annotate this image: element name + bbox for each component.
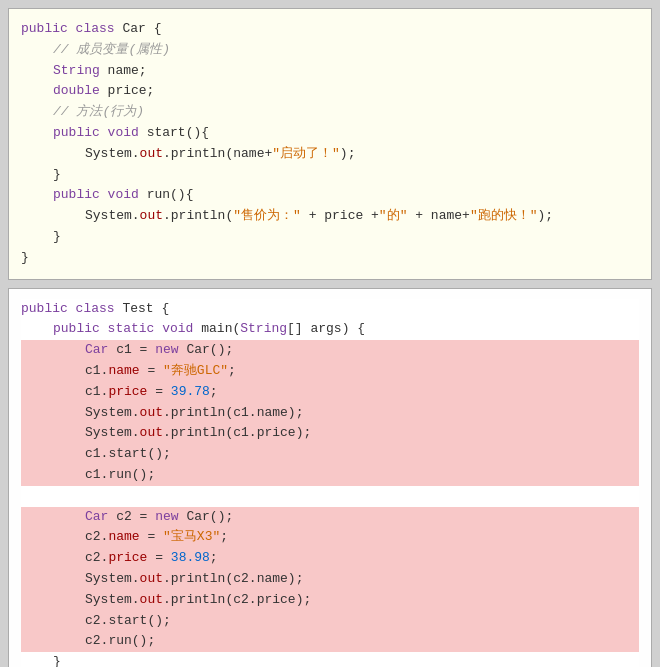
code-line: } <box>21 165 639 186</box>
code-line: c2.start(); <box>21 611 639 632</box>
code-line: c2.name = "宝马X3"; <box>21 527 639 548</box>
code-line: System.out.println("售价为：" + price +"的" +… <box>21 206 639 227</box>
code-line: System.out.println(c2.name); <box>21 569 639 590</box>
code-line: } <box>21 652 639 667</box>
code-line: c1.name = "奔驰GLC"; <box>21 361 639 382</box>
code-line: Car c1 = new Car(); <box>21 340 639 361</box>
code-line: } <box>21 227 639 248</box>
code-line: c1.start(); <box>21 444 639 465</box>
code-line: System.out.println(c1.price); <box>21 423 639 444</box>
code-line: public void run(){ <box>21 185 639 206</box>
code-line: public class Car { <box>21 19 639 40</box>
code-line: public void start(){ <box>21 123 639 144</box>
code-line: c2.price = 38.98; <box>21 548 639 569</box>
car-class-box: public class Car { // 成员变量(属性) String na… <box>8 8 652 280</box>
code-line: public class Test { <box>21 299 639 320</box>
code-line: System.out.println(name+"启动了！"); <box>21 144 639 165</box>
code-line: c1.price = 39.78; <box>21 382 639 403</box>
code-line: System.out.println(c1.name); <box>21 403 639 424</box>
test-class-box: public class Test { public static void m… <box>8 288 652 667</box>
code-line: System.out.println(c2.price); <box>21 590 639 611</box>
code-line: // 成员变量(属性) <box>21 40 639 61</box>
code-line: String name; <box>21 61 639 82</box>
code-line: } <box>21 248 639 269</box>
code-line: c2.run(); <box>21 631 639 652</box>
code-line: public static void main(String[] args) { <box>21 319 639 340</box>
code-line: c1.run(); <box>21 465 639 486</box>
code-line: // 方法(行为) <box>21 102 639 123</box>
code-line <box>21 486 639 507</box>
code-line: double price; <box>21 81 639 102</box>
code-line: Car c2 = new Car(); <box>21 507 639 528</box>
